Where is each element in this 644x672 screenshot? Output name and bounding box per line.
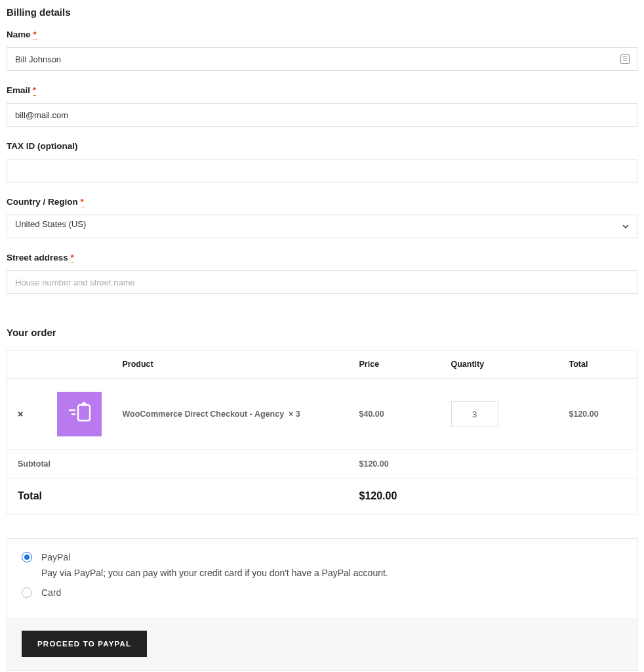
product-price: $40.00 [349, 379, 441, 450]
payment-box: PayPal Pay via PayPal; you can pay with … [7, 538, 637, 671]
col-thumb [47, 350, 112, 379]
tax-id-label: TAX ID (optional) [7, 141, 637, 151]
paypal-desc: Pay via PayPal; you can pay with your cr… [41, 568, 622, 578]
order-table: Product Price Quantity Total × [7, 350, 637, 514]
email-field[interactable] [7, 103, 637, 127]
order-item-row: × WooCommerce Direct Checkout - Agency ×… [7, 379, 637, 450]
product-name-cell: WooCommerce Direct Checkout - Agency × 3 [112, 379, 349, 450]
payment-option-paypal[interactable]: PayPal Pay via PayPal; you can pay with … [22, 552, 622, 578]
paypal-label: PayPal [41, 552, 70, 562]
your-order-title: Your order [7, 327, 637, 338]
total-label: Total [7, 478, 349, 514]
email-label-text: Email [7, 85, 30, 95]
required-asterisk: * [33, 30, 37, 40]
subtotal-value: $120.00 [349, 450, 637, 478]
product-name: WooCommerce Direct Checkout - Agency [123, 410, 285, 419]
name-label: Name * [7, 30, 637, 39]
col-remove [7, 350, 47, 379]
country-select[interactable]: United States (US) [7, 215, 637, 238]
payment-option-card[interactable]: Card [22, 587, 622, 598]
email-label: Email * [7, 85, 637, 95]
product-qty-inline: × 3 [289, 410, 300, 419]
col-total: Total [559, 350, 637, 379]
contact-card-icon: ☰ [620, 54, 630, 64]
country-label: Country / Region * [7, 197, 637, 207]
country-label-text: Country / Region [7, 197, 78, 207]
product-icon [66, 401, 92, 427]
radio-paypal[interactable] [22, 552, 32, 562]
name-field[interactable] [7, 47, 637, 71]
street-label: Street address * [7, 253, 637, 262]
product-thumbnail[interactable] [57, 392, 102, 436]
col-product: Product [112, 350, 349, 379]
subtotal-label: Subtotal [7, 450, 349, 478]
name-label-text: Name [7, 30, 31, 39]
col-quantity: Quantity [441, 350, 559, 379]
street-field[interactable] [7, 270, 637, 294]
required-asterisk: * [81, 197, 84, 207]
required-asterisk: * [71, 253, 74, 263]
product-total: $120.00 [559, 379, 637, 450]
radio-card[interactable] [22, 587, 32, 598]
remove-item-button[interactable]: × [18, 409, 23, 419]
proceed-to-paypal-button[interactable]: PROCEED TO PAYPAL [22, 631, 147, 657]
quantity-input[interactable] [451, 401, 498, 427]
card-label: Card [41, 587, 61, 598]
svg-rect-0 [78, 405, 90, 421]
col-price: Price [349, 350, 441, 379]
tax-id-field[interactable] [7, 159, 637, 182]
required-asterisk: * [33, 85, 36, 96]
billing-details-title: Billing details [7, 7, 637, 18]
street-label-text: Street address [7, 253, 68, 262]
total-value: $120.00 [349, 478, 637, 514]
